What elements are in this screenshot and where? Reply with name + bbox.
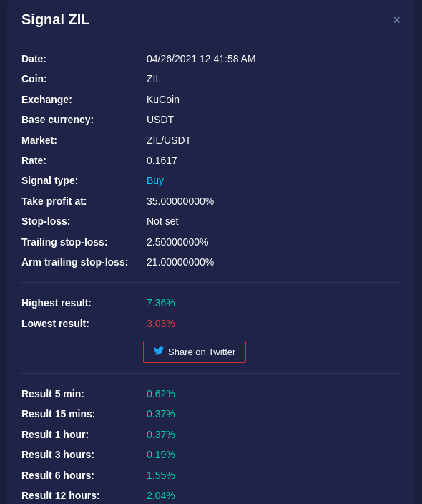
info-value: 2.50000000%: [147, 234, 208, 250]
info-label: Trailing stop-loss:: [21, 234, 147, 250]
info-value: ZIL/USDT: [147, 132, 191, 148]
result-label: Highest result:: [21, 295, 147, 311]
time-result-value: 0.37%: [147, 406, 175, 422]
time-result-value: 1.55%: [147, 467, 175, 483]
info-label: Exchange:: [21, 92, 147, 107]
time-result-value: 0.62%: [147, 386, 175, 402]
info-label: Signal type:: [21, 173, 147, 188]
close-x-button[interactable]: ×: [393, 14, 401, 26]
time-result-value: 2.04%: [147, 488, 175, 503]
info-value: 35.00000000%: [147, 193, 214, 209]
info-row: Rate:0.1617: [21, 150, 401, 170]
info-label: Market:: [21, 132, 147, 148]
signal-modal: Signal ZIL × Date:04/26/2021 12:41:58 AM…: [7, 0, 415, 504]
result-value: 3.03%: [147, 316, 175, 331]
time-result-value: 0.19%: [147, 447, 175, 462]
info-row: Signal type:Buy: [21, 170, 401, 190]
modal-title: Signal ZIL: [21, 11, 90, 28]
twitter-share-button[interactable]: Share on Twitter: [143, 341, 246, 363]
time-result-row: Result 3 hours:0.19%: [21, 445, 401, 465]
time-result-label: Result 12 hours:: [21, 488, 147, 503]
info-row: Market:ZIL/USDT: [21, 130, 401, 150]
info-label: Date:: [21, 51, 147, 67]
info-value: 0.1617: [147, 152, 177, 168]
info-label: Base currency:: [21, 112, 147, 127]
info-value: KuCoin: [147, 92, 180, 107]
time-result-label: Result 5 min:: [21, 386, 147, 402]
time-result-row: Result 12 hours:2.04%: [21, 485, 401, 504]
info-label: Take profit at:: [21, 193, 147, 209]
info-value: 21.00000000%: [147, 254, 214, 270]
time-result-row: Result 15 mins:0.37%: [21, 404, 401, 424]
info-value: ZIL: [147, 71, 161, 87]
info-row: Arm trailing stop-loss:21.00000000%: [21, 252, 401, 272]
twitter-button-label: Share on Twitter: [168, 346, 235, 357]
info-label: Stop-loss:: [21, 213, 147, 229]
time-result-value: 0.37%: [147, 427, 175, 442]
info-value: Not set: [147, 213, 178, 229]
time-result-row: Result 1 hour:0.37%: [21, 425, 401, 445]
time-result-label: Result 15 mins:: [21, 406, 147, 422]
info-label: Coin:: [21, 71, 147, 87]
twitter-icon: [154, 346, 164, 358]
info-section: Date:04/26/2021 12:41:58 AMCoin:ZILExcha…: [21, 49, 401, 283]
result-value: 7.36%: [147, 295, 175, 311]
results-section: Highest result:7.36%Lowest result:3.03%S…: [21, 283, 401, 374]
info-row: Coin:ZIL: [21, 69, 401, 89]
result-row: Highest result:7.36%: [21, 293, 401, 313]
result-label: Lowest result:: [21, 316, 147, 331]
info-row: Stop-loss:Not set: [21, 211, 401, 231]
info-row: Take profit at:35.00000000%: [21, 191, 401, 211]
time-result-label: Result 1 hour:: [21, 427, 147, 442]
info-label: Arm trailing stop-loss:: [21, 254, 147, 270]
time-result-row: Result 6 hours:1.55%: [21, 465, 401, 485]
time-result-row: Result 5 min:0.62%: [21, 384, 401, 404]
result-row: Lowest result:3.03%: [21, 314, 401, 334]
info-value: 04/26/2021 12:41:58 AM: [147, 51, 256, 67]
time-results-section: Result 5 min:0.62%Result 15 mins:0.37%Re…: [21, 374, 401, 504]
info-row: Exchange:KuCoin: [21, 89, 401, 110]
info-row: Base currency:USDT: [21, 110, 401, 130]
info-row: Date:04/26/2021 12:41:58 AM: [21, 49, 401, 69]
modal-header: Signal ZIL ×: [7, 0, 415, 37]
time-result-label: Result 6 hours:: [21, 467, 147, 483]
modal-body: Date:04/26/2021 12:41:58 AMCoin:ZILExcha…: [7, 37, 415, 504]
info-value: Buy: [147, 173, 164, 188]
info-label: Rate:: [21, 152, 147, 168]
info-value: USDT: [147, 112, 174, 127]
time-result-label: Result 3 hours:: [21, 447, 147, 462]
info-row: Trailing stop-loss:2.50000000%: [21, 232, 401, 252]
